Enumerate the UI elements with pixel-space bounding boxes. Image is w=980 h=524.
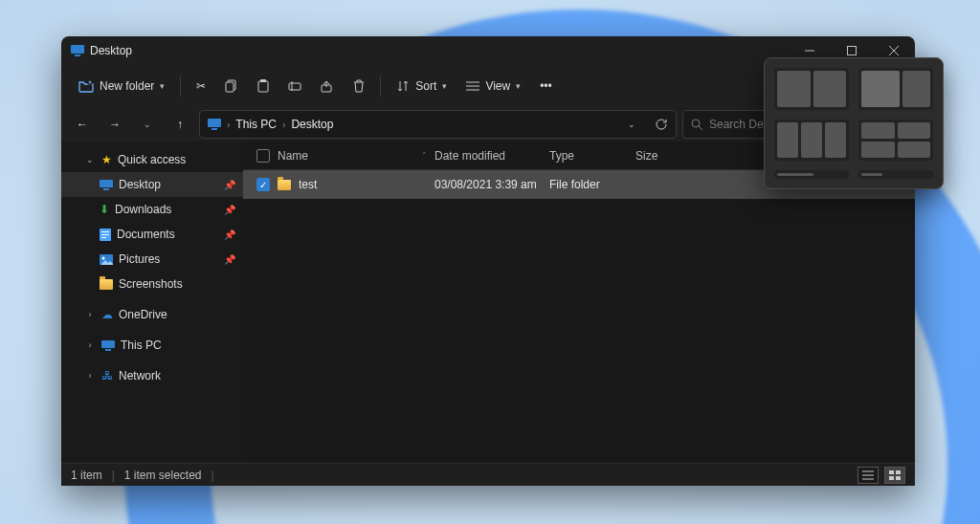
scissors-icon: ✂ <box>196 79 206 93</box>
row-checkbox[interactable]: ✓ <box>256 178 270 191</box>
view-button[interactable]: View ▾ <box>458 71 528 101</box>
chevron-right-icon: › <box>84 371 96 381</box>
monitor-icon <box>100 180 113 190</box>
sidebar-label: Quick access <box>118 153 186 166</box>
breadcrumb-root[interactable]: This PC <box>235 118 277 131</box>
view-label: View <box>485 79 510 93</box>
new-folder-icon <box>78 79 94 93</box>
list-icon <box>466 81 479 91</box>
svg-rect-25 <box>101 234 109 235</box>
status-bar: 1 item | 1 item selected | <box>61 463 915 486</box>
star-icon: ★ <box>101 153 112 166</box>
chevron-down-icon: ▾ <box>516 81 521 91</box>
copy-button[interactable] <box>217 71 246 101</box>
sort-icon <box>396 80 410 92</box>
svg-rect-35 <box>896 470 901 474</box>
sidebar-label: Downloads <box>115 203 171 216</box>
file-list: Name ˄ Date modified Type Size ✓ test 03… <box>243 142 915 463</box>
file-date: 03/08/2021 3:39 am <box>434 178 549 191</box>
select-all-checkbox[interactable] <box>256 149 270 163</box>
sidebar-network[interactable]: › 🖧 Network <box>61 363 243 388</box>
svg-rect-34 <box>889 470 894 474</box>
svg-point-19 <box>692 120 700 127</box>
sidebar-label: Documents <box>117 228 175 241</box>
col-name[interactable]: Name <box>278 149 308 163</box>
rename-icon <box>288 80 301 92</box>
share-button[interactable] <box>313 71 342 101</box>
chevron-down-icon[interactable]: ⌄ <box>628 120 635 129</box>
share-icon <box>321 79 334 93</box>
more-button[interactable]: ••• <box>532 71 560 101</box>
sidebar-quick-access[interactable]: ⌄ ★ Quick access <box>61 147 243 172</box>
up-button[interactable]: ↑ <box>167 111 193 138</box>
ellipsis-icon: ••• <box>540 79 552 93</box>
file-type: File folder <box>549 178 635 191</box>
sidebar-item-screenshots[interactable]: Screenshots <box>61 272 243 296</box>
copy-icon <box>225 79 238 93</box>
sidebar-item-desktop[interactable]: Desktop 📌 <box>61 172 243 197</box>
col-size[interactable]: Size <box>635 149 712 163</box>
snap-layout-option[interactable] <box>858 120 933 162</box>
sidebar-this-pc[interactable]: › This PC <box>61 333 243 358</box>
svg-rect-21 <box>100 180 113 187</box>
sort-indicator-icon: ˄ <box>422 151 427 161</box>
svg-rect-36 <box>889 476 894 480</box>
network-icon: 🖧 <box>101 369 113 382</box>
svg-rect-3 <box>848 47 857 55</box>
new-folder-label: New folder <box>100 79 154 93</box>
sidebar-label: Screenshots <box>119 277 183 291</box>
address-bar[interactable]: › This PC › Desktop ⌄ <box>199 110 677 139</box>
chevron-down-icon: ▾ <box>160 81 165 91</box>
trash-icon <box>353 79 365 93</box>
snap-layout-option[interactable] <box>774 68 849 110</box>
col-date[interactable]: Date modified <box>434 149 549 163</box>
status-selected: 1 item selected <box>124 469 202 482</box>
search-icon <box>691 119 703 131</box>
sidebar-onedrive[interactable]: › ☁ OneDrive <box>61 302 243 327</box>
details-view-button[interactable] <box>858 467 879 484</box>
sort-button[interactable]: Sort ▾ <box>389 71 455 101</box>
monitor-icon <box>71 45 84 56</box>
cut-button[interactable]: ✂ <box>189 71 213 101</box>
snap-layout-option[interactable] <box>774 170 849 179</box>
svg-line-20 <box>699 126 702 130</box>
back-button[interactable]: ← <box>69 111 96 138</box>
sidebar-item-documents[interactable]: Documents 📌 <box>61 222 243 247</box>
paste-button[interactable] <box>250 71 277 101</box>
delete-button[interactable] <box>345 71 372 101</box>
snap-layout-option[interactable] <box>858 68 933 110</box>
monitor-icon <box>208 119 221 130</box>
folder-icon <box>278 180 291 190</box>
rename-button[interactable] <box>280 71 309 101</box>
pin-icon: 📌 <box>224 180 235 190</box>
chevron-right-icon: › <box>227 120 230 130</box>
status-count: 1 item <box>71 469 102 482</box>
snap-layout-option[interactable] <box>858 170 933 179</box>
sidebar-label: Pictures <box>119 252 160 266</box>
col-type[interactable]: Type <box>549 149 635 163</box>
svg-rect-17 <box>208 119 221 127</box>
svg-rect-8 <box>226 82 234 92</box>
recent-button[interactable]: ⌄ <box>134 111 161 138</box>
svg-rect-29 <box>101 340 115 348</box>
sidebar-item-downloads[interactable]: ⬇ Downloads 📌 <box>61 197 243 222</box>
chevron-right-icon: › <box>282 120 285 130</box>
chevron-right-icon: › <box>84 340 96 350</box>
sidebar-item-pictures[interactable]: Pictures 📌 <box>61 247 243 272</box>
svg-rect-24 <box>101 231 109 232</box>
sidebar-label: OneDrive <box>119 308 167 321</box>
svg-rect-30 <box>105 349 111 351</box>
svg-rect-11 <box>289 83 301 90</box>
chevron-down-icon: ▾ <box>442 81 447 91</box>
folder-icon <box>100 279 113 290</box>
breadcrumb-current[interactable]: Desktop <box>291 118 333 131</box>
new-folder-button[interactable]: New folder ▾ <box>71 71 172 101</box>
snap-layout-option[interactable] <box>774 120 849 162</box>
thumbnails-view-button[interactable] <box>884 467 905 484</box>
chevron-right-icon: › <box>84 310 96 319</box>
refresh-button[interactable] <box>655 118 668 131</box>
image-icon <box>100 254 113 265</box>
pin-icon: 📌 <box>224 254 235 265</box>
forward-button[interactable]: → <box>101 111 128 138</box>
svg-point-28 <box>102 256 105 259</box>
